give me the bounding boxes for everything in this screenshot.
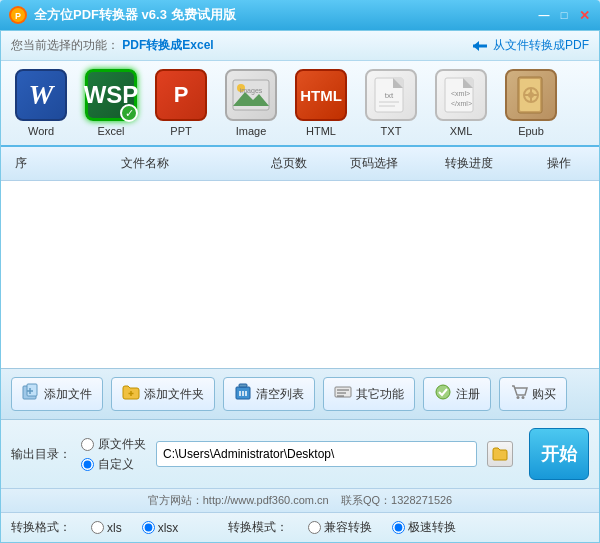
register-button[interactable]: 注册 (423, 377, 491, 411)
add-file-button[interactable]: 添加文件 (11, 377, 103, 411)
top-bar: 您当前选择的功能： PDF转换成Excel 从文件转换成PDF (1, 31, 599, 61)
word-label: Word (28, 125, 54, 137)
mode-fast-option[interactable]: 极速转换 (392, 519, 456, 536)
table-header: 序 文件名称 总页数 页码选择 转换进度 操作 (1, 147, 599, 181)
epub-book-icon (513, 75, 549, 115)
mode-compat-option[interactable]: 兼容转换 (308, 519, 372, 536)
image-icon-item[interactable]: images Image (221, 69, 281, 137)
format-xls-label: xls (107, 521, 122, 535)
main-container: 您当前选择的功能： PDF转换成Excel 从文件转换成PDF W Word W… (0, 30, 600, 543)
website-info-bar: 官方网站：http://www.pdf360.com.cn 联系QQ：13282… (1, 489, 599, 513)
radio-original-folder[interactable]: 原文件夹 (81, 436, 146, 453)
site-label: 官方网站： (148, 494, 203, 506)
other-func-button[interactable]: 其它功能 (323, 377, 415, 411)
clear-list-icon (234, 383, 252, 405)
svg-rect-27 (27, 384, 37, 396)
add-file-icon (22, 383, 40, 405)
xml-label: XML (450, 125, 473, 137)
col-pages: 总页数 (249, 153, 329, 174)
txt-label: TXT (381, 125, 402, 137)
col-seq: 序 (1, 153, 41, 174)
xml-icon-item[interactable]: <xml> </xml> XML (431, 69, 491, 137)
close-button[interactable]: ✕ (576, 8, 592, 22)
epub-icon-item[interactable]: Epub (501, 69, 561, 137)
excel-icon: WSP ✓ (85, 69, 137, 121)
mode-label: 转换模式： (228, 519, 288, 536)
format-xlsx-option[interactable]: xlsx (142, 521, 179, 535)
txt-file-icon: txt (373, 76, 409, 114)
minimize-button[interactable]: — (536, 8, 552, 22)
selected-checkmark: ✓ (120, 104, 138, 122)
current-function-label: 您当前选择的功能： PDF转换成Excel (11, 37, 214, 54)
excel-icon-item[interactable]: WSP ✓ Excel (81, 69, 141, 137)
html-icon-item[interactable]: HTML HTML (291, 69, 351, 137)
qq-label: 联系QQ： (341, 494, 391, 506)
ppt-icon: P (155, 69, 207, 121)
mode-compat-label: 兼容转换 (324, 519, 372, 536)
maximize-button[interactable]: □ (556, 8, 572, 22)
folder-browse-icon (492, 447, 508, 461)
svg-text:P: P (15, 11, 21, 21)
mode-fast-label: 极速转换 (408, 519, 456, 536)
txt-icon-item[interactable]: txt TXT (361, 69, 421, 137)
radio-original-input[interactable] (81, 438, 94, 451)
epub-label: Epub (518, 125, 544, 137)
add-folder-button[interactable]: 添加文件夹 (111, 377, 215, 411)
other-func-label: 其它功能 (356, 386, 404, 403)
buy-button[interactable]: 购买 (499, 377, 567, 411)
table-body (1, 181, 599, 368)
txt-icon: txt (365, 69, 417, 121)
clear-list-label: 清空列表 (256, 386, 304, 403)
function-value: PDF转换成Excel (122, 38, 213, 52)
svg-point-42 (517, 396, 520, 399)
output-path-input[interactable] (156, 441, 477, 467)
xml-file-icon: <xml> </xml> (443, 76, 479, 114)
mode-fast-radio[interactable] (392, 521, 405, 534)
conversion-type-toolbar: W Word WSP ✓ Excel P PPT (1, 61, 599, 147)
svg-rect-4 (473, 44, 487, 47)
convert-from-file-link[interactable]: 从文件转换成PDF (471, 37, 589, 54)
window-controls: — □ ✕ (536, 8, 592, 22)
app-logo-icon: P (8, 5, 28, 25)
word-icon: W (15, 69, 67, 121)
ppt-label: PPT (170, 125, 191, 137)
word-icon-item[interactable]: W Word (11, 69, 71, 137)
radio-custom-input[interactable] (81, 458, 94, 471)
output-radio-group: 原文件夹 自定义 (81, 436, 146, 473)
qq-number: 1328271526 (391, 494, 452, 506)
buy-label: 购买 (532, 386, 556, 403)
format-xlsx-radio[interactable] (142, 521, 155, 534)
col-action: 操作 (519, 153, 599, 174)
col-progress: 转换进度 (419, 153, 519, 174)
register-icon (434, 383, 452, 405)
format-xls-radio[interactable] (91, 521, 104, 534)
col-filename: 文件名称 (41, 153, 249, 174)
image-icon: images (225, 69, 277, 121)
other-func-icon (334, 383, 352, 405)
start-button[interactable]: 开始 (529, 428, 589, 480)
image-label: Image (236, 125, 267, 137)
svg-text:</xml>: </xml> (451, 100, 472, 107)
convert-link-text: 从文件转换成PDF (493, 37, 589, 54)
start-label: 开始 (541, 442, 577, 466)
html-label: HTML (306, 125, 336, 137)
html-icon: HTML (295, 69, 347, 121)
clear-list-button[interactable]: 清空列表 (223, 377, 315, 411)
add-file-label: 添加文件 (44, 386, 92, 403)
col-page-select: 页码选择 (329, 153, 419, 174)
format-options-bar: 转换格式： xls xlsx 转换模式： 兼容转换 极速转换 (1, 513, 599, 542)
format-label: 转换格式： (11, 519, 71, 536)
mode-compat-radio[interactable] (308, 521, 321, 534)
function-prefix: 您当前选择的功能： (11, 38, 119, 52)
epub-icon (505, 69, 557, 121)
buy-icon (510, 383, 528, 405)
browse-folder-button[interactable] (487, 441, 513, 467)
format-xls-option[interactable]: xls (91, 521, 122, 535)
site-url[interactable]: http://www.pdf360.com.cn (203, 494, 329, 506)
app-title: 全方位PDF转换器 v6.3 免费试用版 (34, 6, 536, 24)
ppt-icon-item[interactable]: P PPT (151, 69, 211, 137)
radio-custom[interactable]: 自定义 (81, 456, 146, 473)
output-dir-section: 输出目录： 原文件夹 自定义 开始 (1, 420, 599, 489)
register-label: 注册 (456, 386, 480, 403)
svg-rect-33 (239, 384, 247, 387)
